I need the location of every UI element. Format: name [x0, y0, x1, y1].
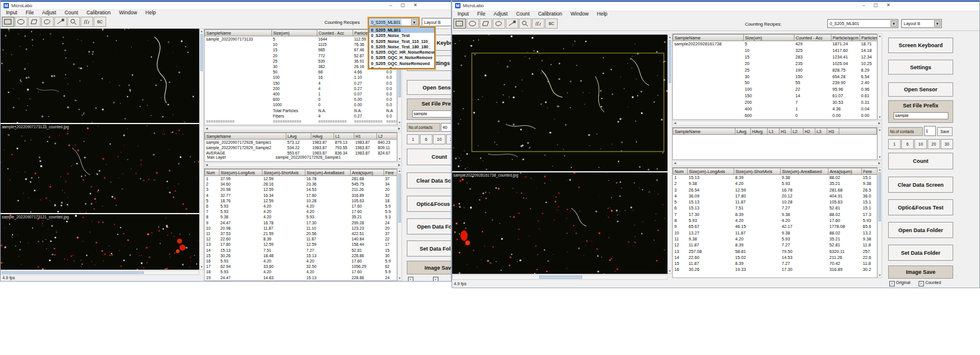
ellipse-select-tool[interactable]: [15, 17, 27, 27]
polygon-select-tool[interactable]: [480, 18, 492, 29]
counted-image-panel-2[interactable]: sample_20220907173121_counted.jpg: [1, 214, 199, 270]
dropdown-item[interactable]: 0_S205_ML801: [369, 27, 434, 33]
menu-item[interactable]: Help: [141, 9, 160, 16]
menu-item[interactable]: File: [21, 9, 38, 16]
table-horizontal-scrollbar[interactable]: ◀ ▶: [204, 126, 402, 131]
contact-preset-button[interactable]: 10: [433, 134, 446, 144]
set-file-prefix-block[interactable]: Set File Prefix: [888, 100, 953, 123]
table-horizontal-scrollbar[interactable]: ◀ ▶: [204, 162, 402, 167]
image-save-button[interactable]: Image Save: [407, 261, 452, 274]
scroll-left-icon[interactable]: ◀: [673, 121, 677, 125]
chevron-down-icon[interactable]: ▼: [891, 20, 897, 27]
bc-tool[interactable]: BC: [545, 18, 558, 29]
settings-button[interactable]: Settings: [888, 60, 953, 75]
counted-image-panel-1[interactable]: sample_20220907173133_counted.jpg: [1, 124, 199, 213]
rect-select-tool[interactable]: [453, 18, 466, 29]
menu-item[interactable]: Input: [2, 9, 21, 16]
menu-item[interactable]: Window: [115, 9, 141, 16]
save-button[interactable]: Save: [937, 127, 953, 136]
scrollbar-thumb[interactable]: [200, 34, 203, 71]
counted-checkbox[interactable]: ✓Counted: [919, 280, 941, 286]
set-data-folder-button[interactable]: Set Data Folder: [407, 240, 452, 257]
count-button[interactable]: Count: [888, 153, 953, 169]
set-data-folder-button[interactable]: Set Data Folder: [888, 245, 953, 261]
close-icon[interactable]: ✕: [886, 2, 891, 8]
freeform-select-tool[interactable]: [493, 18, 505, 29]
count-button[interactable]: Count: [407, 149, 452, 165]
set-file-prefix-button[interactable]: Set File Prefix: [407, 101, 452, 107]
menu-item[interactable]: Adjust: [490, 10, 512, 17]
freeform-select-tool[interactable]: [41, 17, 54, 27]
table-vertical-scrollbar[interactable]: ▲ ▼: [877, 33, 882, 120]
scroll-down-icon[interactable]: ▼: [398, 121, 401, 125]
dropdown-item[interactable]: 0_S205_OQC_HR_NoiseRemove: [369, 50, 434, 55]
scroll-up-icon[interactable]: ▲: [668, 35, 672, 39]
maximize-icon[interactable]: ▢: [400, 2, 405, 8]
polygon-select-tool[interactable]: [28, 17, 41, 27]
layout-combobox[interactable]: Layout B ▼: [422, 18, 452, 26]
menu-item[interactable]: Help: [593, 10, 611, 17]
optic-focus-test-button[interactable]: Optic&Focus Test: [888, 199, 953, 215]
contact-preset-button[interactable]: 20: [446, 134, 452, 144]
zoom-tool[interactable]: [519, 18, 531, 29]
menu-item[interactable]: Input: [453, 10, 473, 17]
scroll-right-icon[interactable]: ▶: [877, 161, 882, 165]
chevron-down-icon[interactable]: ▼: [934, 20, 941, 27]
scrollbar-thumb[interactable]: [669, 40, 671, 83]
scrollbar-thumb[interactable]: [539, 276, 582, 279]
line-tool[interactable]: [54, 17, 67, 27]
open-sensor-button[interactable]: Open Sensor: [407, 80, 452, 95]
menu-item[interactable]: Calibration: [534, 10, 567, 17]
scroll-left-icon[interactable]: ◀: [205, 126, 209, 130]
image-horizontal-scrollbar[interactable]: [452, 274, 667, 280]
scroll-down-icon[interactable]: ▼: [200, 265, 203, 269]
pan-tool[interactable]: [532, 18, 545, 29]
chevron-down-icon[interactable]: ▼: [411, 19, 418, 25]
contact-preset-button[interactable]: 1: [407, 134, 419, 144]
set-file-prefix-block[interactable]: Set File Prefix: [407, 98, 452, 120]
menu-item[interactable]: Calibration: [82, 9, 115, 16]
bc-tool[interactable]: BC: [94, 17, 106, 27]
counting-recipes-combobox[interactable]: 0_S205_ML801 ▼: [827, 19, 898, 28]
scroll-right-icon[interactable]: ▶: [397, 163, 401, 166]
counted-checkbox[interactable]: ✓Counted: [433, 276, 451, 282]
close-icon[interactable]: ✕: [413, 2, 418, 8]
image-vertical-scrollbar[interactable]: ▲ ▼: [667, 35, 672, 274]
minimize-icon[interactable]: –: [389, 2, 392, 8]
dropdown-item[interactable]: 0_S205_Noise_Test_180_180_: [369, 44, 434, 50]
zoom-tool[interactable]: [67, 17, 80, 27]
contact-preset-button[interactable]: 6: [901, 139, 914, 149]
menu-item[interactable]: Window: [567, 10, 593, 17]
menu-item[interactable]: Count: [60, 9, 82, 16]
original-checkbox[interactable]: ✓Original: [408, 276, 425, 282]
file-prefix-input[interactable]: [412, 110, 452, 118]
scroll-down-icon[interactable]: ▼: [878, 273, 882, 277]
line-tool[interactable]: [506, 18, 518, 29]
open-data-folder-button[interactable]: Open Data Folder: [888, 222, 953, 238]
scrollbar-thumb[interactable]: [2, 271, 144, 274]
contact-preset-button[interactable]: 10: [914, 139, 927, 149]
contacts-input[interactable]: [441, 123, 452, 132]
scroll-up-icon[interactable]: ▲: [878, 128, 882, 132]
scroll-left-icon[interactable]: ◀: [673, 161, 677, 165]
pan-tool[interactable]: [81, 17, 93, 27]
contact-preset-button[interactable]: 1: [888, 139, 901, 149]
table-horizontal-scrollbar[interactable]: ◀ ▶: [672, 160, 882, 166]
clear-data-screen-button[interactable]: Clear Data Screen: [888, 177, 953, 193]
scroll-right-icon[interactable]: ▶: [877, 121, 882, 125]
set-file-prefix-button[interactable]: Set File Prefix: [889, 103, 953, 109]
table-vertical-scrollbar[interactable]: ▼: [397, 132, 402, 162]
table-horizontal-scrollbar[interactable]: ◀ ▶: [672, 121, 882, 126]
file-prefix-input[interactable]: [894, 112, 948, 119]
open-data-folder-button[interactable]: Open Data Folder: [407, 218, 452, 234]
image-vertical-scrollbar[interactable]: ▲ ▼: [199, 29, 204, 270]
contacts-input[interactable]: [924, 126, 936, 136]
scroll-up-icon[interactable]: ▲: [200, 29, 203, 33]
minimize-icon[interactable]: –: [862, 2, 865, 8]
layout-combobox[interactable]: Layout B ▼: [901, 19, 942, 28]
clear-data-screen-button[interactable]: Clear Data Screen: [407, 172, 452, 189]
scroll-down-icon[interactable]: ▼: [398, 157, 401, 161]
scroll-down-icon[interactable]: ▼: [398, 276, 401, 280]
rect-select-tool[interactable]: [2, 17, 14, 27]
scroll-up-icon[interactable]: ▲: [878, 34, 882, 38]
